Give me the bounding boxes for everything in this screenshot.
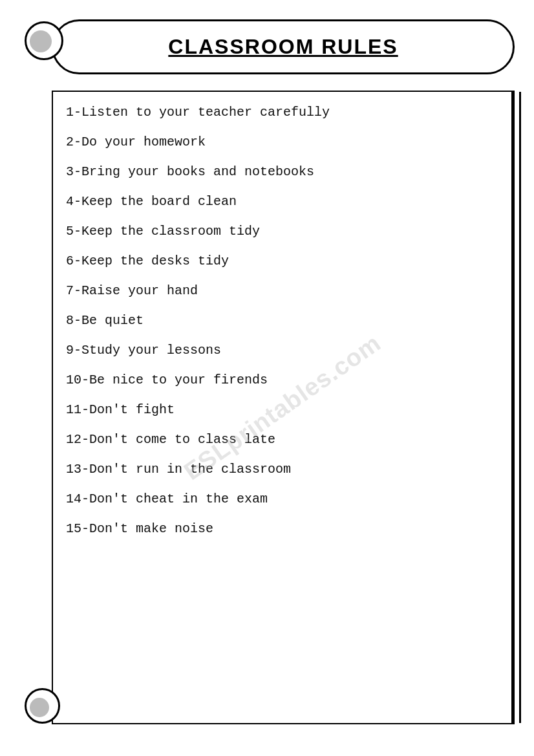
spiral-circle-inner-bottom <box>30 698 49 717</box>
content-box: ESLprintables.com 1-Listen to your teach… <box>52 91 515 724</box>
header-area: CLASSROOM RULES <box>13 13 521 84</box>
list-item: 9-Study your lessons <box>66 340 498 362</box>
list-item: 5-Keep the classroom tidy <box>66 221 498 243</box>
list-item: 13-Don't run in the classroom <box>66 459 498 481</box>
list-item: 7-Raise your hand <box>66 280 498 302</box>
rules-list: 1-Listen to your teacher carefully2-Do y… <box>66 102 498 540</box>
spiral-decoration-bottom <box>13 685 71 730</box>
list-item: 11-Don't fight <box>66 399 498 421</box>
list-item: 8-Be quiet <box>66 310 498 332</box>
page-container: CLASSROOM RULES ESLprintables.com 1-List… <box>13 13 521 743</box>
list-item: 14-Don't cheat in the exam <box>66 488 498 510</box>
header-pill: CLASSROOM RULES <box>52 19 515 74</box>
list-item: 4-Keep the board clean <box>66 191 498 213</box>
list-item: 1-Listen to your teacher carefully <box>66 102 498 124</box>
spiral-circle-inner-top <box>30 30 52 52</box>
list-item: 2-Do your homework <box>66 131 498 153</box>
list-item: 6-Keep the desks tidy <box>66 250 498 272</box>
list-item: 12-Don't come to class late <box>66 429 498 451</box>
list-item: 3-Bring your books and notebooks <box>66 161 498 183</box>
list-item: 10-Be nice to your firends <box>66 369 498 391</box>
list-item: 15-Don't make noise <box>66 518 498 540</box>
page-title: CLASSROOM RULES <box>168 35 398 59</box>
